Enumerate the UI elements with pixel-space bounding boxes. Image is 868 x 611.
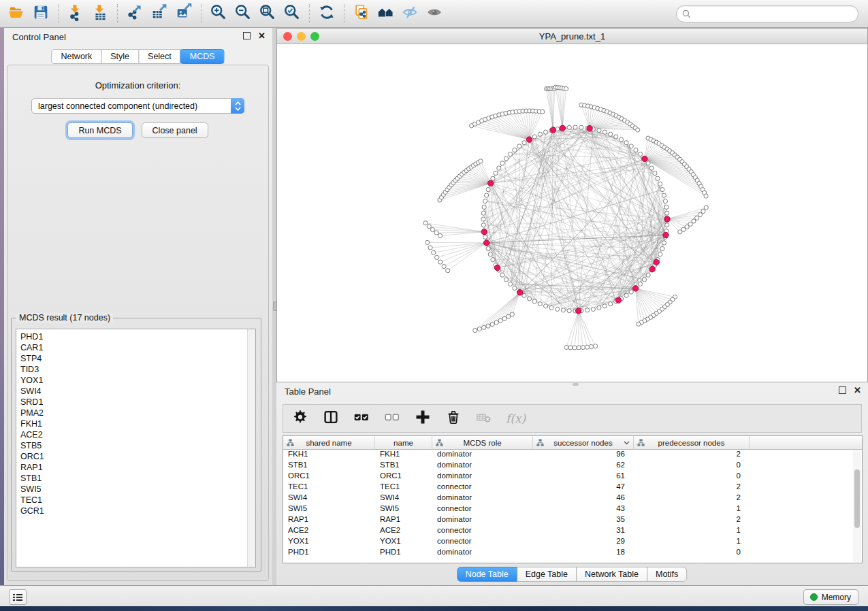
cell-name: STB1 [375,461,432,472]
mcds-result-node[interactable]: STP4 [20,353,255,364]
add-column-button[interactable] [414,408,432,429]
export-table-button[interactable] [147,2,172,25]
network-window-titlebar[interactable]: YPA_prune.txt_1 [276,28,868,44]
delete-column-icon [445,408,462,429]
table-row[interactable]: STB1STB1dominator620 [283,461,862,472]
float-table-panel-icon[interactable] [839,386,846,394]
float-panel-icon[interactable] [243,32,251,39]
mcds-result-node[interactable]: SWI4 [20,386,255,397]
open-file-button[interactable] [4,2,29,25]
mcds-result-node[interactable]: YOX1 [20,375,255,386]
window-close-icon[interactable] [283,32,292,41]
table-row[interactable]: SWI5SWI5connector431 [283,504,862,515]
mcds-result-node[interactable]: ACE2 [20,429,255,440]
tab-network[interactable]: Network [51,49,101,64]
save-session-button[interactable] [29,2,53,25]
tab-select[interactable]: Select [138,49,181,64]
mcds-result-node[interactable]: ORC1 [20,451,255,462]
hide-selected-button[interactable] [398,2,423,25]
delete-column-button[interactable] [445,408,462,429]
mcds-result-list[interactable]: PHD1CAR1STP4TID3YOX1SWI4SRD1PMA2FKH1ACE2… [16,329,256,567]
table-settings-button[interactable] [291,408,309,429]
window-minimize-icon[interactable] [297,32,306,41]
import-table-button[interactable] [88,2,112,25]
cell-name: YOX1 [375,537,432,548]
window-maximize-icon[interactable] [310,32,319,41]
run-mcds-button[interactable]: Run MCDS [67,122,132,138]
column-header-filler [750,436,862,449]
memory-button[interactable]: Memory [803,589,858,605]
cell-predecessor-nodes: 0 [634,472,750,482]
network-canvas[interactable] [276,44,868,382]
table-row[interactable]: PHD1PHD1dominator180 [283,548,862,559]
mcds-result-node[interactable]: GCR1 [20,506,255,516]
column-header-shared-name[interactable]: shared name [283,436,375,449]
cell-name: RAP1 [375,515,432,526]
show-all-button[interactable] [423,2,447,25]
table-scrollbar[interactable] [853,450,861,562]
mcds-result-node[interactable]: STB1 [20,473,255,484]
table-row[interactable]: FKH1FKH1dominator962 [283,450,862,461]
column-layout-button[interactable] [322,408,340,429]
deselect-all-button[interactable] [383,408,401,429]
mcds-result-node[interactable]: TEC1 [20,495,255,506]
cell-name: SWI5 [375,504,432,515]
mcds-result-node[interactable]: RAP1 [20,462,255,473]
close-table-panel-icon[interactable]: ✕ [854,386,861,394]
share-document-button[interactable] [349,2,374,25]
cell-successor-nodes: 43 [533,504,634,515]
delete-table-button[interactable] [475,408,493,429]
mcds-result-node[interactable]: CAR1 [20,342,255,353]
mcds-result-node[interactable]: TID3 [20,364,255,375]
table-row[interactable]: RAP1RAP1dominator352 [283,515,862,526]
table-row[interactable]: ACE2ACE2connector311 [283,526,862,537]
cell-shared-name: YOX1 [283,537,375,548]
function-builder-button[interactable]: f(x) [506,412,526,425]
select-all-button[interactable] [353,408,370,429]
mcds-result-node[interactable]: SRD1 [20,397,255,408]
zoom-fit-button[interactable] [255,2,280,25]
cell-shared-name: TEC1 [283,482,375,493]
task-history-button[interactable] [9,589,27,605]
table-row[interactable]: ORC1ORC1dominator610 [283,472,862,482]
tab-node-table[interactable]: Node Table [457,567,517,582]
tab-motifs[interactable]: Motifs [647,567,687,582]
close-panel-button[interactable]: Close panel [142,122,208,138]
table-row[interactable]: YOX1YOX1connector291 [283,537,862,548]
tab-edge-table[interactable]: Edge Table [517,567,577,582]
zoom-in-button[interactable] [206,2,231,25]
criterion-dropdown[interactable]: largest connected component (undirected) [31,98,244,114]
first-neighbors-button[interactable] [374,2,398,25]
column-header-predecessor-nodes[interactable]: predecessor nodes [634,436,750,449]
tab-mcds[interactable]: MCDS [180,49,225,64]
tab-network-table[interactable]: Network Table [576,567,647,582]
search-input[interactable] [691,9,858,18]
refresh-layout-button[interactable] [315,2,339,25]
cell-name: ACE2 [375,526,432,537]
control-panel: Control Panel ✕ NetworkStyleSelectMCDS O… [4,28,272,587]
mcds-result-node[interactable]: PHD1 [20,331,255,342]
export-network-button[interactable] [123,2,147,25]
export-image-button[interactable] [172,2,196,25]
import-network-button[interactable] [63,2,88,25]
mcds-list-scrollbar[interactable] [247,329,255,567]
close-panel-icon[interactable]: ✕ [258,32,266,39]
mcds-result-node[interactable]: STB5 [20,440,255,451]
table-row[interactable]: SWI4SWI4dominator462 [283,493,862,504]
network-title: YPA_prune.txt_1 [539,31,605,42]
mcds-result-node[interactable]: PMA2 [20,408,255,418]
column-header-MCDS-role[interactable]: MCDS role [432,436,533,449]
search-box[interactable] [676,5,858,22]
zoom-selected-button[interactable] [280,2,304,25]
cell-successor-nodes: 46 [533,493,634,504]
tab-style[interactable]: Style [101,49,139,64]
column-header-name[interactable]: name [375,436,432,449]
cell-name: PHD1 [375,548,432,559]
cell-MCDS-role: dominator [432,515,533,526]
zoom-out-button[interactable] [231,2,255,25]
table-row[interactable]: TEC1TEC1connector472 [283,482,862,493]
mcds-result-node[interactable]: SWI5 [20,484,255,495]
mcds-result-node[interactable]: FKH1 [20,418,255,429]
column-header-successor-nodes[interactable]: successor nodes [533,436,634,449]
table-scrollbar-thumb[interactable] [854,469,860,528]
